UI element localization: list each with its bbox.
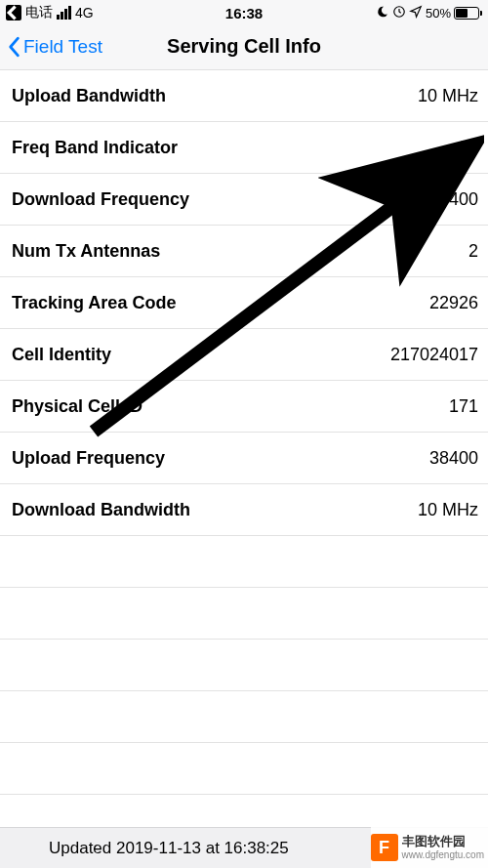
- watermark-logo-icon: F: [371, 834, 398, 861]
- dnd-moon-icon: [376, 5, 389, 21]
- info-list: Upload Bandwidth 10 MHz Freq Band Indica…: [0, 70, 488, 795]
- row-value: 22926: [429, 293, 478, 313]
- row-value: 2: [468, 241, 478, 262]
- row-value: 38400: [429, 448, 478, 469]
- row-freq-band-indicator: Freq Band Indicator 39: [0, 122, 488, 174]
- updated-label: Updated 2019-11-13 at 16:38:25: [49, 839, 289, 858]
- row-label: Cell Identity: [12, 345, 111, 365]
- watermark: F 丰图软件园 www.dgfengtu.com: [371, 827, 489, 868]
- status-bar: 电话 4G 16:38 50%: [0, 0, 488, 23]
- row-download-frequency: Download Frequency 38400: [0, 174, 488, 226]
- battery-percent: 50%: [426, 6, 451, 21]
- signal-icon: [57, 6, 71, 20]
- status-right: 50%: [376, 5, 482, 21]
- status-time: 16:38: [225, 5, 263, 21]
- network-label: 4G: [75, 5, 94, 21]
- empty-row: [0, 743, 488, 795]
- carrier-back-icon: [6, 5, 21, 21]
- row-cell-identity: Cell Identity 217024017: [0, 329, 488, 381]
- row-value: 10 MHz: [418, 86, 478, 106]
- status-left: 电话 4G: [6, 4, 94, 21]
- row-label: Download Frequency: [12, 189, 189, 210]
- navigation-bar: Field Test Serving Cell Info: [0, 23, 488, 70]
- empty-row: [0, 588, 488, 640]
- back-button[interactable]: Field Test: [0, 36, 102, 58]
- row-label: Upload Frequency: [12, 448, 165, 469]
- row-upload-frequency: Upload Frequency 38400: [0, 433, 488, 484]
- row-upload-bandwidth: Upload Bandwidth 10 MHz: [0, 70, 488, 122]
- chevron-left-icon: [6, 36, 21, 58]
- row-download-bandwidth: Download Bandwidth 10 MHz: [0, 484, 488, 536]
- row-value: 39: [459, 138, 478, 158]
- carrier-label: 电话: [25, 4, 53, 21]
- row-value: 38400: [429, 189, 478, 210]
- row-label: Physical Cell ID: [12, 396, 142, 417]
- watermark-url: www.dgfengtu.com: [402, 849, 485, 860]
- row-label: Freq Band Indicator: [12, 138, 178, 158]
- row-label: Download Bandwidth: [12, 500, 190, 520]
- row-label: Num Tx Antennas: [12, 241, 160, 262]
- location-icon: [409, 5, 423, 21]
- row-num-tx-antennas: Num Tx Antennas 2: [0, 226, 488, 277]
- row-value: 217024017: [390, 345, 478, 365]
- row-label: Tracking Area Code: [12, 293, 176, 313]
- row-label: Upload Bandwidth: [12, 86, 166, 106]
- battery-icon: [454, 7, 482, 20]
- orientation-lock-icon: [392, 5, 406, 21]
- row-tracking-area-code: Tracking Area Code 22926: [0, 277, 488, 329]
- empty-row: [0, 640, 488, 691]
- watermark-title: 丰图软件园: [402, 835, 485, 848]
- row-value: 171: [449, 396, 478, 417]
- row-value: 10 MHz: [418, 500, 478, 520]
- page-title: Serving Cell Info: [167, 35, 321, 58]
- row-physical-cell-id: Physical Cell ID 171: [0, 381, 488, 433]
- back-label: Field Test: [23, 36, 102, 58]
- empty-row: [0, 536, 488, 588]
- empty-row: [0, 691, 488, 743]
